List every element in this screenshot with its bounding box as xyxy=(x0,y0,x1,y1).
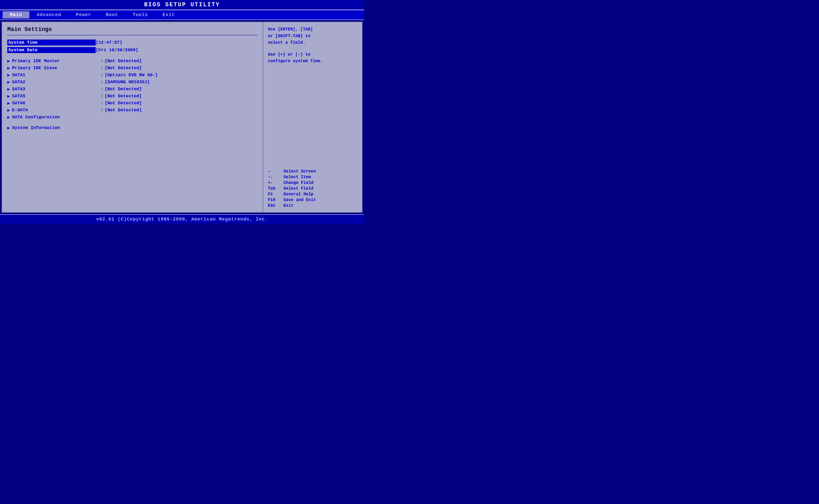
setting-label: Primary IDE Master xyxy=(12,59,100,63)
setting-row[interactable]: ▶ System Information xyxy=(7,125,257,131)
menu-item-advanced[interactable]: Advanced xyxy=(29,11,68,18)
right-panel: Use [ENTER], [TAB]or [SHIFT-TAB] toselec… xyxy=(263,22,362,212)
setting-label: System Date xyxy=(7,47,96,53)
arrow-icon: ▶ xyxy=(7,107,10,113)
setting-separator: : xyxy=(100,80,103,85)
arrow-icon: ▶ xyxy=(7,93,10,99)
footer: v02.61 (C)Copyright 1985-2009, American … xyxy=(0,214,364,224)
setting-value: [SAMSUNG HD103SJ] xyxy=(105,80,150,85)
setting-label: SATA5 xyxy=(12,94,100,99)
key-name: ↔ xyxy=(268,169,281,174)
setting-value: [12:47:57] xyxy=(96,40,122,45)
setting-label: System Time xyxy=(7,40,96,46)
arrow-icon: ▶ xyxy=(7,125,10,131)
setting-label: SATA2 xyxy=(12,80,100,85)
setting-separator: : xyxy=(100,73,103,77)
setting-row[interactable]: ▶ SATA1 : [Optiarc DVD RW AD-] xyxy=(7,72,257,78)
key-row: F10Save and Exit xyxy=(268,198,357,202)
key-desc: Select Screen xyxy=(283,169,316,174)
setting-separator: : xyxy=(100,87,103,92)
key-desc: Select Item xyxy=(283,175,311,179)
help-text-2: Use [+] or [-] toconfigure system Time. xyxy=(268,51,357,65)
bios-title: BIOS SETUP UTILITY xyxy=(0,0,364,10)
setting-label: SATA1 xyxy=(12,73,100,77)
arrow-icon: ▶ xyxy=(7,72,10,78)
setting-label: Primary IDE Slave xyxy=(12,66,100,70)
setting-row[interactable]: ▶ Primary IDE Master : [Not Detected] xyxy=(7,58,257,64)
setting-row[interactable]: ▶ SATA Configuration xyxy=(7,114,257,120)
setting-label: SATA6 xyxy=(12,101,100,106)
setting-value: [Not Detected] xyxy=(105,87,142,92)
key-desc: Change Field xyxy=(283,180,313,185)
key-name: F10 xyxy=(268,198,281,202)
section-title: Main Settings xyxy=(7,26,257,33)
key-name: ↑↓ xyxy=(268,175,281,179)
setting-separator: : xyxy=(100,59,103,63)
left-panel: Main Settings System Time[12:47:57]Syste… xyxy=(2,22,263,212)
key-row: TabSelect Field xyxy=(268,186,357,191)
key-desc: Save and Exit xyxy=(283,198,316,202)
key-desc: General Help xyxy=(283,192,313,197)
key-name: ESC xyxy=(268,203,281,208)
key-name: +- xyxy=(268,180,281,185)
setting-label: SATA Configuration xyxy=(12,115,100,120)
setting-row: System Time[12:47:57] xyxy=(7,40,257,46)
arrow-icon: ▶ xyxy=(7,79,10,85)
key-name: Tab xyxy=(268,186,281,191)
section-divider xyxy=(7,35,257,35)
key-desc: Select Field xyxy=(283,186,313,191)
menu-item-tools[interactable]: Tools xyxy=(125,11,155,18)
arrow-icon: ▶ xyxy=(7,65,10,71)
setting-separator: : xyxy=(100,108,103,113)
setting-row[interactable]: ▶ SATA5 : [Not Detected] xyxy=(7,93,257,99)
setting-value: [Not Detected] xyxy=(105,108,142,113)
menu-item-main[interactable]: Main xyxy=(3,11,29,18)
setting-separator: : xyxy=(100,66,103,70)
key-row: ↔Select Screen xyxy=(268,169,357,174)
setting-value: [Not Detected] xyxy=(105,66,142,70)
setting-value: [Fri 10/30/2009] xyxy=(96,48,138,53)
menu-bar: MainAdvancedPowerBootToolsExit xyxy=(0,10,364,20)
setting-label: System Information xyxy=(12,125,100,130)
arrow-icon: ▶ xyxy=(7,86,10,92)
setting-row: System Date[Fri 10/30/2009] xyxy=(7,47,257,53)
arrow-icon: ▶ xyxy=(7,58,10,64)
spacer xyxy=(7,55,257,58)
setting-separator: : xyxy=(100,94,103,99)
setting-label: SATA3 xyxy=(12,87,100,92)
spacer xyxy=(7,121,257,125)
menu-item-power[interactable]: Power xyxy=(69,11,99,18)
setting-row[interactable]: ▶ E-SATA : [Not Detected] xyxy=(7,107,257,113)
setting-value: [Optiarc DVD RW AD-] xyxy=(105,73,158,77)
setting-value: [Not Detected] xyxy=(105,101,142,106)
help-text-1: Use [ENTER], [TAB]or [SHIFT-TAB] toselec… xyxy=(268,26,357,46)
menu-item-exit[interactable]: Exit xyxy=(155,11,182,18)
menu-item-boot[interactable]: Boot xyxy=(99,11,125,18)
title-text: BIOS SETUP UTILITY xyxy=(144,2,220,8)
content-area: Main Settings System Time[12:47:57]Syste… xyxy=(2,22,363,213)
setting-value: [Not Detected] xyxy=(105,94,142,99)
key-help: ↔Select Screen↑↓Select Item+-Change Fiel… xyxy=(268,169,357,208)
setting-separator: : xyxy=(100,101,103,106)
key-row: ESCExit xyxy=(268,203,357,208)
setting-row[interactable]: ▶ SATA2 : [SAMSUNG HD103SJ] xyxy=(7,79,257,85)
setting-row[interactable]: ▶ SATA6 : [Not Detected] xyxy=(7,100,257,106)
key-row: +-Change Field xyxy=(268,180,357,185)
setting-row[interactable]: ▶ SATA3 : [Not Detected] xyxy=(7,86,257,92)
key-row: F1General Help xyxy=(268,192,357,197)
setting-value: [Not Detected] xyxy=(105,59,142,63)
settings-list: System Time[12:47:57]System Date[Fri 10/… xyxy=(7,40,257,131)
setting-label: E-SATA xyxy=(12,108,100,113)
setting-row[interactable]: ▶ Primary IDE Slave : [Not Detected] xyxy=(7,65,257,71)
arrow-icon: ▶ xyxy=(7,114,10,120)
key-name: F1 xyxy=(268,192,281,197)
key-desc: Exit xyxy=(283,203,293,208)
key-row: ↑↓Select Item xyxy=(268,175,357,179)
arrow-icon: ▶ xyxy=(7,100,10,106)
